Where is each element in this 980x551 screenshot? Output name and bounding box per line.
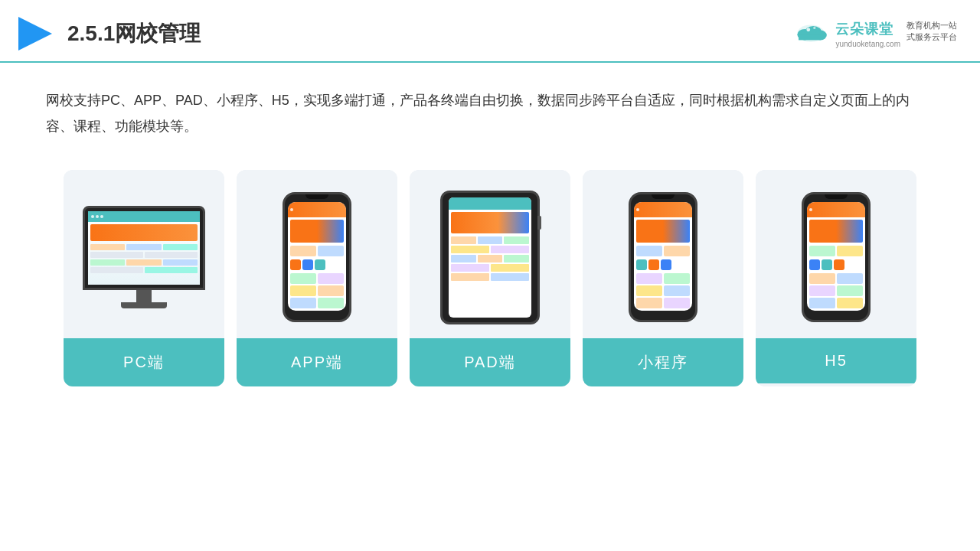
logo-name-group: 云朵课堂 yunduoketang.com xyxy=(835,20,900,48)
card-app: APP端 xyxy=(237,170,397,386)
description-content: 网校支持PC、APP、PAD、小程序、H5，实现多端打通，产品各终端自由切换，数… xyxy=(46,93,910,134)
app-phone-mockup xyxy=(283,192,351,322)
card-miniprogram-label: 小程序 xyxy=(583,338,743,386)
logo-tagline2: 式服务云平台 xyxy=(906,31,957,43)
page-header: 2.5.1网校管理 云朵课堂 yunduoketang.com 教育机构一站 式… xyxy=(0,0,980,63)
h5-phone-mockup xyxy=(802,192,871,322)
svg-point-6 xyxy=(807,28,811,31)
h5-phone-screen xyxy=(807,202,865,311)
card-app-label: APP端 xyxy=(237,338,397,386)
play-icon xyxy=(15,14,55,54)
page-title: 2.5.1网校管理 xyxy=(67,19,201,48)
pc-mockup xyxy=(83,206,205,308)
card-miniprogram: 小程序 xyxy=(583,170,743,386)
card-h5: H5 xyxy=(756,170,916,386)
monitor-frame xyxy=(83,206,205,290)
card-h5-image xyxy=(756,170,916,338)
svg-point-7 xyxy=(814,26,816,28)
description-text: 网校支持PC、APP、PAD、小程序、H5，实现多端打通，产品各终端自由切换，数… xyxy=(0,63,980,155)
monitor-screen xyxy=(88,211,200,285)
card-pc-label: PC端 xyxy=(64,338,224,386)
logo-area: 云朵课堂 yunduoketang.com 教育机构一站 式服务云平台 xyxy=(792,20,957,48)
card-miniprogram-image xyxy=(583,170,743,338)
svg-marker-0 xyxy=(18,17,52,51)
card-pc: PC端 xyxy=(64,170,224,386)
card-app-image xyxy=(237,170,397,338)
logo-text: 云朵课堂 xyxy=(835,20,893,38)
card-pad-label: PAD端 xyxy=(410,338,570,386)
cloud-icon xyxy=(792,20,829,44)
card-pc-image xyxy=(64,170,224,338)
cards-container: PC端 xyxy=(0,155,980,409)
app-phone-screen xyxy=(288,202,346,311)
miniprogram-phone-screen xyxy=(634,202,692,311)
miniprogram-phone-mockup xyxy=(629,192,697,322)
card-pad: PAD端 xyxy=(410,170,570,386)
pad-tablet-mockup xyxy=(440,191,540,324)
logo-url: yunduoketang.com xyxy=(835,40,900,48)
logo-tagline-area: 教育机构一站 式服务云平台 xyxy=(906,20,957,43)
logo-tagline: 教育机构一站 xyxy=(906,20,957,31)
card-h5-label: H5 xyxy=(756,338,916,383)
header-left: 2.5.1网校管理 xyxy=(15,14,201,54)
card-pad-image xyxy=(410,170,570,338)
svg-rect-5 xyxy=(799,34,821,40)
pad-tablet-screen xyxy=(449,197,531,318)
